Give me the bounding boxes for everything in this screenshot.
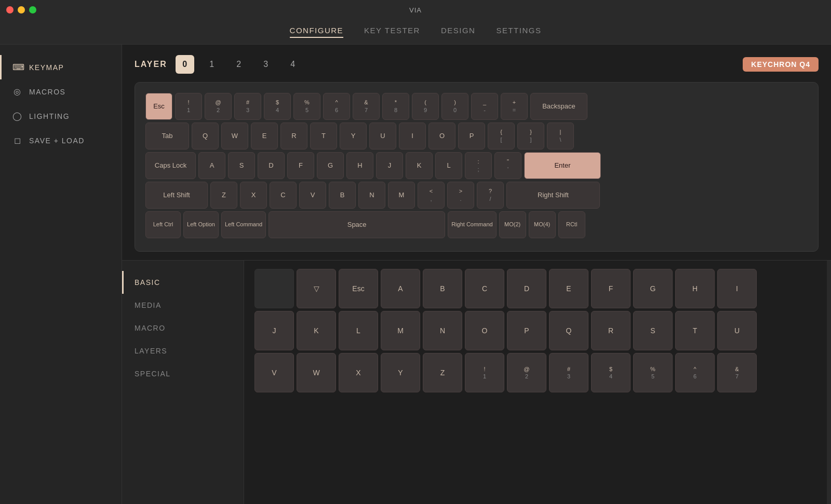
sidebar-item-macros[interactable]: ◎ MACROS (0, 79, 122, 104)
layer-btn-3[interactable]: 3 (257, 55, 275, 74)
layer-btn-0[interactable]: 0 (176, 55, 194, 74)
picker-key-g[interactable]: G (633, 269, 673, 308)
picker-key-e[interactable]: E (549, 269, 588, 308)
key-6[interactable]: ^6 (323, 93, 350, 120)
picker-key-p2[interactable]: P (507, 311, 546, 350)
sidebar-item-lighting[interactable]: ◯ LIGHTING (0, 104, 122, 128)
picker-key-n[interactable]: N (423, 311, 462, 350)
picker-key-trns[interactable]: ▽ (297, 269, 336, 308)
layer-btn-1[interactable]: 1 (203, 55, 221, 74)
key-k[interactable]: K (406, 152, 433, 179)
key-tab[interactable]: Tab (145, 122, 189, 149)
picker-key-a[interactable]: A (381, 269, 420, 308)
key-rbracket[interactable]: }] (517, 122, 544, 149)
key-c[interactable]: C (270, 182, 297, 209)
key-n[interactable]: N (358, 182, 385, 209)
picker-key-t2[interactable]: T (675, 311, 715, 350)
key-8[interactable]: *8 (382, 93, 409, 120)
key-r[interactable]: R (280, 122, 307, 149)
close-button[interactable] (6, 6, 14, 13)
key-left-option[interactable]: Left Option (183, 211, 219, 238)
key-comma[interactable]: <, (418, 182, 445, 209)
key-left-shift[interactable]: Left Shift (145, 182, 208, 209)
key-backspace[interactable]: Backspace (530, 93, 587, 120)
key-5[interactable]: %5 (293, 93, 320, 120)
picker-key-w[interactable]: W (297, 353, 336, 392)
key-p[interactable]: P (458, 122, 485, 149)
key-l[interactable]: L (435, 152, 462, 179)
picker-key-k[interactable]: K (297, 311, 336, 350)
sidebar-item-save-load[interactable]: ◻ SAVE + LOAD (0, 128, 122, 153)
picker-key-amp[interactable]: &7 (717, 353, 757, 392)
key-x[interactable]: X (240, 182, 267, 209)
picker-key-h[interactable]: H (675, 269, 715, 308)
key-j[interactable]: J (376, 152, 403, 179)
picker-key-dollar[interactable]: $4 (591, 353, 631, 392)
tab-key-tester[interactable]: KEY TESTER (364, 26, 420, 38)
bottom-sidebar-media[interactable]: MEDIA (122, 294, 244, 317)
layer-btn-4[interactable]: 4 (284, 55, 302, 74)
key-z[interactable]: Z (210, 182, 237, 209)
picker-key-r2[interactable]: R (591, 311, 631, 350)
key-b[interactable]: B (329, 182, 356, 209)
picker-key-esc[interactable]: Esc (339, 269, 378, 308)
picker-key-excl[interactable]: !1 (465, 353, 504, 392)
key-4[interactable]: $4 (264, 93, 291, 120)
key-minus[interactable]: _- (471, 93, 498, 120)
key-f[interactable]: F (287, 152, 314, 179)
key-h[interactable]: H (346, 152, 373, 179)
key-space[interactable]: Space (269, 211, 445, 238)
key-equals[interactable]: += (501, 93, 528, 120)
key-mo2[interactable]: MO(2) (499, 211, 526, 238)
tab-settings[interactable]: SETTINGS (496, 26, 541, 38)
key-lbracket[interactable]: {[ (488, 122, 515, 149)
key-0[interactable]: )0 (441, 93, 468, 120)
picker-key-hash[interactable]: #3 (549, 353, 588, 392)
key-rctl[interactable]: RCtl (558, 211, 585, 238)
key-capslock[interactable]: Caps Lock (145, 152, 196, 179)
bottom-sidebar-macro[interactable]: MACRO (122, 317, 244, 339)
picker-key-u2[interactable]: U (717, 311, 757, 350)
picker-key-l[interactable]: L (339, 311, 378, 350)
picker-key-q2[interactable]: Q (549, 311, 588, 350)
key-right-command[interactable]: Right Command (448, 211, 496, 238)
picker-key-v[interactable]: V (254, 353, 294, 392)
picker-key-b[interactable]: B (423, 269, 462, 308)
key-right-shift[interactable]: Right Shift (506, 182, 600, 209)
key-s[interactable]: S (228, 152, 255, 179)
key-slash[interactable]: ?/ (477, 182, 504, 209)
picker-key-z[interactable]: Z (423, 353, 462, 392)
key-w[interactable]: W (221, 122, 248, 149)
picker-key-caret[interactable]: ^6 (675, 353, 715, 392)
key-u[interactable]: U (369, 122, 396, 149)
bottom-sidebar-special[interactable]: SPECIAL (122, 362, 244, 385)
key-mo4[interactable]: MO(4) (529, 211, 556, 238)
picker-key-f[interactable]: F (591, 269, 631, 308)
key-q[interactable]: Q (192, 122, 219, 149)
key-o[interactable]: O (428, 122, 455, 149)
key-quote[interactable]: "' (494, 152, 521, 179)
key-left-command[interactable]: Left Command (221, 211, 266, 238)
key-esc[interactable]: Esc (145, 93, 172, 120)
tab-configure[interactable]: CONFIGURE (290, 26, 344, 38)
key-1[interactable]: !1 (175, 93, 202, 120)
right-scrollbar[interactable] (827, 261, 831, 504)
picker-key-o2[interactable]: O (465, 311, 504, 350)
picker-key-c[interactable]: C (465, 269, 504, 308)
picker-key-m[interactable]: M (381, 311, 420, 350)
maximize-button[interactable] (29, 6, 36, 13)
key-3[interactable]: #3 (234, 93, 261, 120)
minimize-button[interactable] (18, 6, 25, 13)
bottom-sidebar-basic[interactable]: BASIC (122, 271, 244, 294)
key-period[interactable]: >. (447, 182, 474, 209)
picker-key-j[interactable]: J (254, 311, 294, 350)
key-backslash[interactable]: |\ (547, 122, 574, 149)
key-9[interactable]: (9 (412, 93, 439, 120)
picker-key-y[interactable]: Y (381, 353, 420, 392)
key-g[interactable]: G (317, 152, 344, 179)
picker-key-pct[interactable]: %5 (633, 353, 673, 392)
key-y[interactable]: Y (340, 122, 367, 149)
key-7[interactable]: &7 (353, 93, 380, 120)
picker-key-s2[interactable]: S (633, 311, 673, 350)
picker-key-d[interactable]: D (507, 269, 546, 308)
